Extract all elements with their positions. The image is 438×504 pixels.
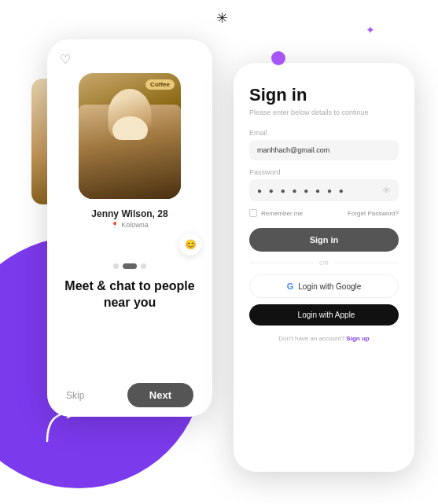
purple-dot-decoration bbox=[271, 51, 285, 65]
remember-left: Remember me bbox=[249, 209, 303, 217]
password-input[interactable]: ● ● ● ● ● ● ● ● 👁 bbox=[249, 179, 399, 201]
progress-dots bbox=[113, 263, 146, 269]
signin-button[interactable]: Sign in bbox=[249, 228, 399, 252]
or-line-left bbox=[249, 263, 313, 263]
coffee-badge: Coffee bbox=[145, 79, 175, 90]
dot-3 bbox=[141, 263, 146, 269]
remember-label: Remember me bbox=[261, 210, 303, 217]
dot-1 bbox=[113, 263, 119, 269]
bottom-nav: Skip Next bbox=[47, 373, 212, 417]
google-icon: G bbox=[287, 281, 294, 291]
apple-label: Login with Apple bbox=[298, 311, 355, 319]
phone-right-signin: Sign in Please enter below details to co… bbox=[234, 63, 414, 472]
google-label: Login with Google bbox=[298, 282, 361, 291]
profile-card: Coffee bbox=[79, 73, 181, 199]
heart-icon: ♡ bbox=[60, 52, 71, 67]
scene: ✳ ✦ ♡ Coffee Jenny Wilson, 28 📍 bbox=[0, 0, 438, 504]
top-bar: ♡ bbox=[47, 39, 212, 73]
password-dots: ● ● ● ● ● ● ● ● bbox=[257, 186, 346, 195]
google-login-button[interactable]: G Login with Google bbox=[249, 274, 399, 298]
remember-row: Remember me Forget Password? bbox=[249, 209, 399, 217]
email-input[interactable]: manhhach@gmail.com bbox=[249, 140, 399, 160]
remember-checkbox[interactable] bbox=[249, 209, 257, 217]
dot-2-active bbox=[123, 263, 137, 269]
sparkle-right-icon: ✦ bbox=[366, 24, 375, 36]
email-label: Email bbox=[249, 129, 399, 137]
distance-badge: 😊 bbox=[179, 234, 201, 256]
email-value: manhhach@gmail.com bbox=[257, 146, 329, 154]
phone-left: ♡ Coffee Jenny Wilson, 28 📍 Kolowna 😊 Me… bbox=[47, 39, 212, 417]
sparkle-top-icon: ✳ bbox=[216, 9, 228, 27]
signin-subtitle: Please enter below details to continue bbox=[249, 109, 399, 116]
signin-title: Sign in bbox=[249, 85, 399, 105]
next-button[interactable]: Next bbox=[127, 383, 193, 407]
forgot-password-link[interactable]: Forget Password? bbox=[348, 210, 399, 217]
signup-row: Don't have an account? Sign up bbox=[249, 335, 399, 342]
signup-link[interactable]: Sign up bbox=[346, 335, 369, 342]
password-label: Password bbox=[249, 168, 399, 176]
eye-icon[interactable]: 👁 bbox=[382, 186, 391, 195]
profile-location: 📍 Kolowna bbox=[111, 221, 149, 229]
headline-text: Meet & chat to people near you bbox=[63, 278, 197, 311]
apple-login-button[interactable]: Login with Apple bbox=[249, 304, 399, 326]
profile-name: Jenny Wilson, 28 bbox=[91, 208, 167, 219]
skip-button[interactable]: Skip bbox=[66, 390, 84, 401]
signup-text: Don't have an account? bbox=[278, 335, 344, 342]
or-divider: OR bbox=[249, 259, 399, 267]
or-text: OR bbox=[319, 259, 329, 267]
or-line-right bbox=[335, 263, 399, 263]
